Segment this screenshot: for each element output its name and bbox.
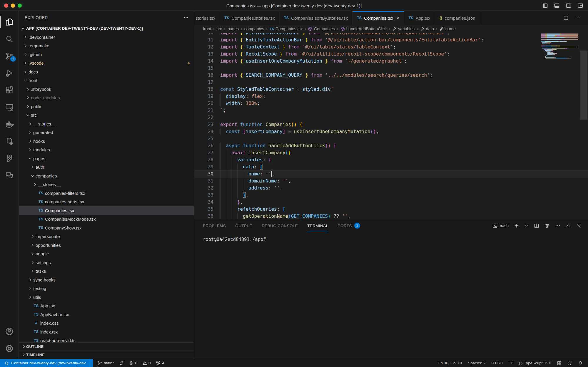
editor-tab[interactable]: TSCompanies.tsx× bbox=[353, 11, 404, 25]
breadcrumb-item[interactable]: handleAddButtonClick bbox=[340, 26, 387, 31]
code-line[interactable]: 16import { SEARCH_COMPANY_QUERY } from '… bbox=[194, 72, 588, 79]
activity-settings-icon[interactable] bbox=[0, 340, 19, 357]
code-editor[interactable]: 10import { WithTopBarContainer } from '@… bbox=[194, 33, 588, 219]
code-line[interactable]: 22 bbox=[194, 114, 588, 121]
status-branch[interactable]: main* bbox=[96, 361, 116, 366]
tree-item[interactable]: hooks bbox=[19, 137, 194, 146]
tree-item[interactable]: generated bbox=[19, 128, 194, 137]
status-spaces-2[interactable]: Spaces: 2 bbox=[466, 361, 487, 365]
panel-tab-debug-console[interactable]: DEBUG CONSOLE bbox=[262, 219, 298, 232]
tree-item[interactable]: people bbox=[19, 249, 194, 258]
code-line[interactable]: 36getOperationName(GET_COMPANIES) ?? '', bbox=[194, 213, 588, 219]
tree-item[interactable]: .ergomake bbox=[19, 41, 194, 50]
tree-item[interactable]: sync-hooks bbox=[19, 276, 194, 284]
status-utf-8[interactable]: UTF-8 bbox=[490, 361, 504, 365]
tree-item[interactable]: TSApp.tsx bbox=[19, 301, 194, 310]
tree-item[interactable]: pages bbox=[19, 154, 194, 163]
tree-item[interactable]: .vscode bbox=[19, 59, 194, 68]
code-line[interactable]: 31domainName: '', bbox=[194, 177, 588, 185]
code-line[interactable]: 30name: '', bbox=[194, 170, 588, 177]
toggle-secondary-sidebar-icon[interactable] bbox=[566, 3, 572, 9]
tree-item[interactable]: TScompanies-filters.tsx bbox=[19, 189, 194, 198]
code-line[interactable]: 14import { useInsertOneCompanyMutation }… bbox=[194, 58, 588, 65]
code-line[interactable]: 13import { RecoilScope } from '@/ui/util… bbox=[194, 51, 588, 58]
editor-tab[interactable]: TSCompanies.stories.tsx bbox=[220, 11, 280, 25]
breadcrumb-item[interactable]: variables bbox=[392, 26, 415, 31]
activity-search-icon[interactable] bbox=[0, 31, 19, 48]
terminal-dropdown-icon[interactable] bbox=[524, 224, 529, 228]
breadcrumb-item[interactable]: pages bbox=[228, 26, 239, 31]
tree-item[interactable]: opportunities bbox=[19, 241, 194, 250]
activity-comments-icon[interactable] bbox=[0, 167, 19, 184]
activity-run-debug-icon[interactable] bbox=[0, 65, 19, 82]
code-line[interactable]: 34}, bbox=[194, 199, 588, 206]
activity-source-control-icon[interactable]: 1 bbox=[0, 48, 19, 65]
terminal-output[interactable]: root@0a42ecd84891:/app# bbox=[194, 232, 588, 242]
activity-extensions-icon[interactable] bbox=[0, 82, 19, 99]
tree-item[interactable]: .github bbox=[19, 50, 194, 59]
code-line[interactable]: 25 bbox=[194, 135, 588, 142]
activity-remote-explorer-icon[interactable] bbox=[0, 99, 19, 116]
toggle-panel-icon[interactable] bbox=[554, 3, 560, 9]
close-tab-icon[interactable]: × bbox=[397, 15, 399, 21]
code-line[interactable]: 28variables: { bbox=[194, 156, 588, 163]
breadcrumb-item[interactable]: name bbox=[440, 26, 456, 31]
panel-tab-ports[interactable]: PORTS1 bbox=[338, 219, 360, 232]
code-line[interactable]: 10import { WithTopBarContainer } from '@… bbox=[194, 33, 588, 36]
code-line[interactable]: 29data: { bbox=[194, 163, 588, 170]
panel-tab-problems[interactable]: PROBLEMS bbox=[203, 219, 226, 232]
code-line[interactable]: 15 bbox=[194, 65, 588, 72]
split-editor-icon[interactable] bbox=[563, 15, 569, 21]
tree-item[interactable]: TSCompaniesMockMode.tsx bbox=[19, 215, 194, 224]
status-bell[interactable] bbox=[576, 361, 584, 366]
panel-tab-output[interactable]: OUTPUT bbox=[235, 219, 252, 232]
tree-item[interactable]: node_modules bbox=[19, 93, 194, 102]
toggle-sidebar-icon[interactable] bbox=[542, 3, 548, 9]
editor-tab[interactable]: stories.tsx bbox=[194, 11, 220, 25]
tree-item[interactable]: __stories__ bbox=[19, 180, 194, 189]
status-error[interactable]: 0 bbox=[127, 361, 139, 365]
tree-item[interactable]: TSCompanies.tsx bbox=[19, 206, 194, 215]
editor-scrollbar[interactable] bbox=[579, 33, 588, 219]
tree-item[interactable]: APP [CONTAINER DEV-TWENTY-DEV (DEV-TWENT… bbox=[19, 24, 194, 33]
status-sync[interactable] bbox=[117, 361, 126, 366]
tree-item[interactable]: public bbox=[19, 102, 194, 111]
new-terminal-icon[interactable] bbox=[514, 223, 519, 228]
activity-accounts-icon[interactable] bbox=[0, 323, 19, 340]
breadcrumb-item[interactable]: src bbox=[217, 26, 222, 31]
minimap[interactable] bbox=[541, 33, 578, 59]
activity-dev-containers-icon[interactable] bbox=[0, 133, 19, 150]
editor-tab[interactable]: TSCompanies.sortBy.stories.tsx bbox=[280, 11, 353, 25]
code-line[interactable]: 20width: 100%; bbox=[194, 100, 588, 107]
close-panel-icon[interactable] bbox=[576, 223, 582, 228]
status-tower[interactable]: 4 bbox=[154, 361, 166, 366]
tree-item[interactable]: front bbox=[19, 76, 194, 85]
code-line[interactable]: 24const [insertCompany] = useInsertOneCo… bbox=[194, 128, 588, 135]
tree-item[interactable]: modules bbox=[19, 145, 194, 154]
kill-terminal-icon[interactable] bbox=[544, 223, 550, 228]
tree-item[interactable]: .storybook bbox=[19, 85, 194, 94]
tree-item[interactable]: testing bbox=[19, 284, 194, 293]
scrollbar-slider[interactable] bbox=[580, 51, 587, 120]
code-line[interactable]: 12import { TableContext } from '@/ui/tab… bbox=[194, 43, 588, 51]
editor-tab[interactable]: {}companies.json bbox=[435, 11, 480, 25]
status-typescript-jsx[interactable]: { }TypeScript JSX bbox=[517, 361, 553, 365]
tree-item[interactable]: settings bbox=[19, 258, 194, 267]
breadcrumb-item[interactable]: data bbox=[420, 26, 434, 31]
tree-item[interactable]: .devcontainer bbox=[19, 33, 194, 42]
tree-item[interactable]: __stories__ bbox=[19, 120, 194, 128]
code-line[interactable]: 26async function handleAddButtonClick() … bbox=[194, 142, 588, 149]
code-line[interactable]: 11import { EntityTableActionBar } from '… bbox=[194, 36, 588, 43]
sidebar-section-timeline[interactable]: TIMELINE bbox=[19, 351, 194, 359]
tree-item[interactable]: impersonate bbox=[19, 232, 194, 241]
sidebar-section-outline[interactable]: OUTLINE bbox=[19, 342, 194, 351]
editor-tab[interactable]: TSApp.tsx bbox=[404, 11, 435, 25]
tree-item[interactable]: TSCompanyShow.tsx bbox=[19, 224, 194, 232]
breadcrumb-item[interactable]: Companies bbox=[308, 26, 335, 31]
status-extension[interactable] bbox=[555, 361, 563, 366]
breadcrumb-item[interactable]: front bbox=[203, 26, 211, 31]
customize-layout-icon[interactable] bbox=[577, 3, 583, 9]
code-line[interactable]: 35refetchQueries: [ bbox=[194, 206, 588, 213]
activity-docker-icon[interactable] bbox=[0, 116, 19, 133]
code-line[interactable]: 21`; bbox=[194, 107, 588, 114]
